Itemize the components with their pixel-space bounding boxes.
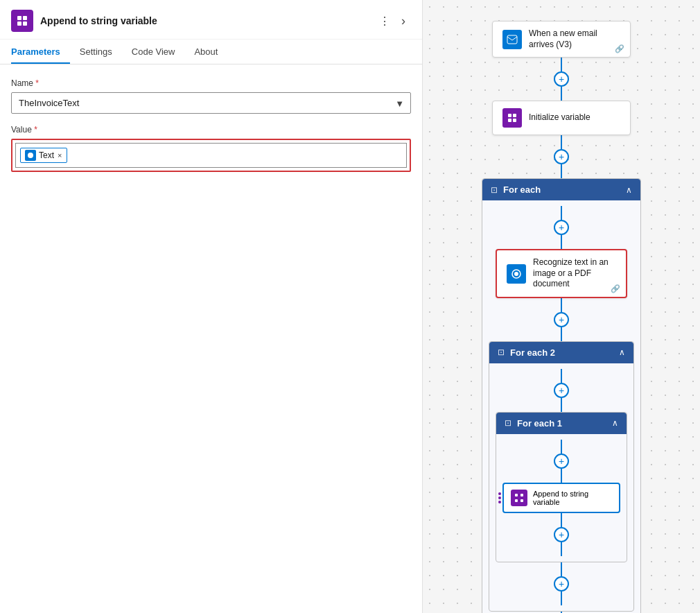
panel-close-button[interactable]: ›	[396, 11, 411, 31]
foreach1-collapse-button[interactable]: ∧	[612, 418, 618, 428]
svg-rect-6	[508, 114, 511, 117]
append-icon	[511, 490, 527, 506]
connector-line-14	[561, 542, 562, 556]
connector-line-15	[561, 562, 562, 576]
connector-line-3	[561, 135, 562, 149]
foreach2-header[interactable]: ⊡ For each 2 ∧	[489, 342, 633, 363]
link-icon-2: 🔗	[611, 284, 620, 293]
foreach1-container: ⊡ For each 1 ∧ +	[496, 412, 627, 562]
email-icon	[502, 30, 522, 49]
foreach-body: + Recognize text in an image or a PDF do…	[482, 200, 640, 613]
tab-about[interactable]: About	[194, 40, 227, 64]
token-label: Text	[39, 150, 54, 160]
foreach2-body: + ⊡ For each 1 ∧	[489, 363, 633, 611]
connector-line-5	[561, 206, 562, 220]
svg-rect-13	[520, 494, 523, 497]
foreach-collapse-button[interactable]: ∧	[626, 185, 632, 195]
foreach-title: For each	[503, 184, 620, 195]
connector-3: +	[554, 298, 569, 341]
variable-icon	[502, 108, 522, 128]
panel-header: Append to string variable ⋮ ›	[0, 0, 422, 40]
foreach1-icon: ⊡	[505, 418, 511, 428]
add-step-foreach1-button[interactable]: +	[554, 454, 569, 469]
value-field-label: Value *	[11, 125, 411, 135]
svg-rect-12	[515, 494, 518, 497]
svg-rect-0	[17, 16, 21, 20]
recognize-icon	[507, 264, 526, 284]
recognize-text-label: Recognize text in an image or a PDF docu…	[533, 257, 616, 290]
tab-settings[interactable]: Settings	[80, 40, 122, 64]
svg-rect-3	[23, 21, 27, 26]
token-close-button[interactable]: ×	[57, 151, 62, 159]
connector-1: +	[554, 58, 569, 101]
running-dots	[498, 492, 501, 503]
svg-point-4	[28, 153, 33, 158]
connector-line-6	[561, 235, 562, 249]
connector-line-10	[561, 398, 562, 412]
tab-codeview[interactable]: Code View	[132, 40, 185, 64]
append-node-label: Append to string variable	[533, 490, 612, 506]
svg-rect-2	[17, 21, 21, 26]
token-icon	[25, 150, 36, 161]
svg-rect-9	[513, 119, 516, 122]
foreach1-title: For each 1	[517, 418, 606, 429]
connector-line-9	[561, 369, 562, 383]
panel-icon	[11, 10, 33, 32]
foreach2-title: For each 2	[510, 347, 613, 358]
connector-line-13	[561, 513, 562, 527]
svg-rect-5	[507, 35, 517, 44]
foreach-container: ⊡ For each ∧ +	[482, 178, 641, 613]
connector-foreach-inner: +	[554, 206, 569, 249]
foreach2-collapse-button[interactable]: ∧	[619, 347, 625, 357]
text-token: Text ×	[20, 148, 67, 163]
add-step-foreach2-button[interactable]: +	[554, 383, 569, 398]
left-panel: Append to string variable ⋮ › Parameters…	[0, 0, 423, 613]
recognize-text-node[interactable]: Recognize text in an image or a PDF docu…	[496, 249, 627, 298]
panel-menu-button[interactable]: ⋮	[374, 12, 396, 31]
name-required-marker: *	[35, 78, 39, 88]
connector-foreach2-inner: +	[554, 369, 569, 412]
svg-rect-1	[23, 16, 27, 20]
add-step-button-5[interactable]: +	[554, 576, 569, 592]
panel-tabs: Parameters Settings Code View About	[0, 40, 422, 64]
panel-title: Append to string variable	[40, 15, 374, 26]
value-input-area[interactable]: Text ×	[15, 143, 407, 168]
foreach2-container: ⊡ For each 2 ∧ +	[489, 341, 634, 612]
connector-line-16	[561, 592, 562, 605]
svg-rect-15	[520, 499, 523, 502]
connector-line-4	[561, 164, 562, 178]
flow-container: When a new email arrives (V3) 🔗 + Initia…	[423, 14, 700, 613]
foreach1-body: +	[496, 434, 627, 562]
connector-line-2	[561, 87, 562, 101]
tab-parameters[interactable]: Parameters	[11, 40, 70, 64]
email-trigger-label: When a new email arrives (V3)	[529, 28, 620, 50]
name-field-wrapper: TheInvoiceText ▼	[11, 92, 411, 114]
name-select[interactable]: TheInvoiceText	[11, 92, 411, 114]
init-variable-label: Initialize variable	[529, 112, 620, 123]
foreach-header[interactable]: ⊡ For each ∧	[482, 179, 640, 200]
name-field-label: Name *	[11, 78, 411, 88]
right-panel: When a new email arrives (V3) 🔗 + Initia…	[423, 0, 700, 613]
connector-line	[561, 58, 562, 71]
email-trigger-node[interactable]: When a new email arrives (V3) 🔗	[492, 21, 631, 58]
foreach-icon: ⊡	[491, 185, 498, 195]
add-step-button-3[interactable]: +	[554, 312, 569, 327]
connector-foreach1-inner: +	[554, 440, 569, 483]
add-step-foreach-button[interactable]: +	[554, 220, 569, 235]
svg-rect-8	[508, 119, 511, 122]
add-step-button-4[interactable]: +	[554, 527, 569, 542]
foreach1-header[interactable]: ⊡ For each 1 ∧	[496, 413, 627, 434]
connector-2: +	[554, 135, 569, 178]
connector-4: +	[554, 513, 569, 556]
svg-rect-14	[515, 499, 518, 502]
add-step-button-1[interactable]: +	[554, 71, 569, 87]
link-icon: 🔗	[615, 44, 624, 53]
append-variable-node[interactable]: Append to string variable	[502, 483, 620, 513]
value-field-highlight-wrapper: Text ×	[11, 139, 411, 172]
connector-line-12	[561, 469, 562, 483]
connector-line-8	[561, 327, 562, 341]
init-variable-node[interactable]: Initialize variable	[492, 101, 631, 135]
panel-body: Name * TheInvoiceText ▼ Value *	[0, 64, 422, 613]
add-step-button-2[interactable]: +	[554, 149, 569, 164]
connector-line-11	[561, 440, 562, 454]
